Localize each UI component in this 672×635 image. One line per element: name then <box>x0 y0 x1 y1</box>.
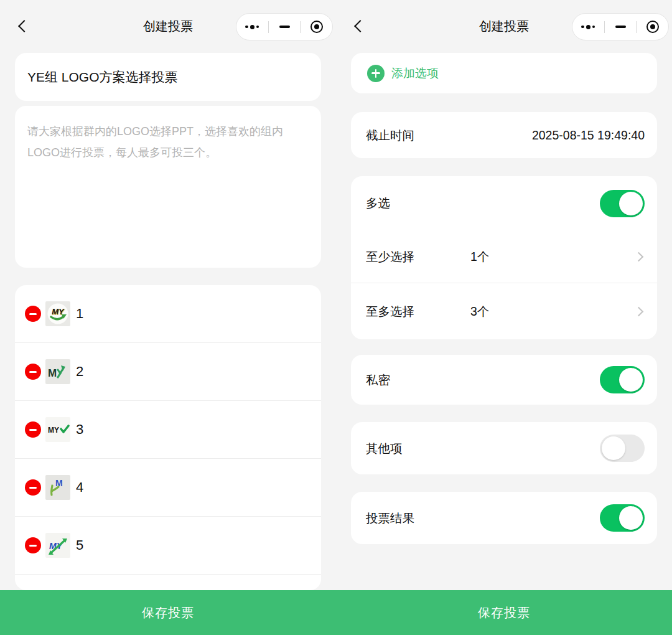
private-card: 私密 <box>351 355 657 405</box>
poll-title-field[interactable]: YE组 LOGO方案选择投票 <box>15 53 321 101</box>
save-vote-button[interactable]: 保存投票 <box>0 590 336 635</box>
more-button[interactable] <box>236 14 268 40</box>
max-select-value: 3个 <box>470 303 489 320</box>
add-option-label: 添加选项 <box>391 65 439 82</box>
svg-text:M: M <box>48 367 57 379</box>
toggle-knob <box>602 436 625 460</box>
min-select-value: 1个 <box>470 248 489 265</box>
min-select-row[interactable]: 至少选择 1个 <box>351 230 657 283</box>
minimize-button[interactable] <box>605 14 637 40</box>
multi-select-label: 多选 <box>366 195 390 212</box>
miniprogram-capsule <box>572 13 669 40</box>
option-label: 5 <box>76 537 83 553</box>
remove-option-icon[interactable] <box>25 421 41 438</box>
remove-option-icon[interactable] <box>25 306 41 322</box>
other-option-toggle[interactable] <box>600 435 645 462</box>
option-logo-1: MYMY <box>45 301 70 326</box>
more-button[interactable] <box>572 14 604 40</box>
option-logo-3: MY <box>45 417 70 442</box>
option-logo-2: M <box>45 359 70 384</box>
min-select-label: 至少选择 <box>366 248 414 265</box>
nav-bar: 创建投票 <box>336 0 672 53</box>
save-vote-button[interactable]: 保存投票 <box>336 590 672 635</box>
option-row[interactable]: MY 5 <box>15 517 321 575</box>
option-label: 3 <box>76 421 83 438</box>
minimize-button[interactable] <box>269 14 301 40</box>
screenshot-stage: 创建投票 YE组 LOGO方案选择投票 请大家根据群内的LOGO选择PPT，选择… <box>0 0 672 635</box>
plus-icon <box>367 65 385 82</box>
private-toggle[interactable] <box>600 366 645 393</box>
record-target-icon <box>310 21 323 33</box>
chevron-right-icon <box>634 306 644 316</box>
private-row: 私密 <box>351 355 657 405</box>
remove-option-icon[interactable] <box>25 537 41 553</box>
max-select-row[interactable]: 至多选择 3个 <box>351 283 657 339</box>
other-option-label: 其他项 <box>366 440 403 457</box>
other-option-row: 其他项 <box>351 422 657 474</box>
selection-settings-card: 多选 至少选择 1个 至多选择 3个 <box>351 176 657 339</box>
deadline-row[interactable]: 截止时间 2025-08-15 19:49:40 <box>351 112 657 158</box>
vote-result-row: 投票结果 <box>351 492 657 544</box>
more-dots-icon <box>245 25 259 29</box>
toggle-knob <box>619 506 643 530</box>
option-label: 1 <box>76 306 83 322</box>
vote-result-label: 投票结果 <box>366 510 414 527</box>
multi-select-toggle[interactable] <box>600 190 645 217</box>
nav-bar: 创建投票 <box>0 0 336 53</box>
options-list: MYMY 1 M 2 MY 3 M 4 MY 5 <box>15 285 321 590</box>
remove-option-icon[interactable] <box>25 479 41 496</box>
minimize-icon <box>279 26 290 28</box>
create-vote-screen-edit: 创建投票 YE组 LOGO方案选择投票 请大家根据群内的LOGO选择PPT，选择… <box>0 0 336 635</box>
deadline-label: 截止时间 <box>366 127 414 144</box>
more-dots-icon <box>581 25 595 29</box>
option-row-partial <box>15 575 321 590</box>
toggle-knob <box>619 368 643 392</box>
toggle-knob <box>619 192 643 215</box>
add-option-button[interactable]: 添加选项 <box>351 53 657 93</box>
vote-result-toggle[interactable] <box>600 504 645 532</box>
miniprogram-capsule <box>236 13 333 40</box>
deadline-value: 2025-08-15 19:49:40 <box>532 128 645 143</box>
svg-text:MY: MY <box>48 426 59 435</box>
option-row[interactable]: MY 3 <box>15 401 321 459</box>
remove-option-icon[interactable] <box>25 364 41 380</box>
vote-result-card: 投票结果 <box>351 492 657 544</box>
record-target-icon <box>646 21 659 33</box>
close-record-button[interactable] <box>637 14 668 40</box>
option-row[interactable]: MYMY 1 <box>15 285 321 343</box>
other-option-card: 其他项 <box>351 422 657 474</box>
minimize-icon <box>615 26 626 28</box>
chevron-right-icon <box>634 252 644 261</box>
multi-select-row: 多选 <box>351 176 657 230</box>
max-select-label: 至多选择 <box>366 303 414 320</box>
option-logo-5: MY <box>45 533 70 558</box>
option-row[interactable]: M 4 <box>15 459 321 517</box>
create-vote-screen-settings: 创建投票 添加选项 截止时间 2025-08- <box>336 0 672 635</box>
private-label: 私密 <box>366 372 390 388</box>
close-record-button[interactable] <box>301 14 332 40</box>
poll-title-text: YE组 LOGO方案选择投票 <box>27 68 178 86</box>
option-logo-4: M <box>45 475 70 500</box>
option-label: 4 <box>76 479 83 496</box>
poll-description-text: 请大家根据群内的LOGO选择PPT，选择喜欢的组内LOGO进行投票，每人最多可投… <box>27 121 309 163</box>
option-label: 2 <box>76 364 83 380</box>
option-row[interactable]: M 2 <box>15 343 321 401</box>
poll-description-field[interactable]: 请大家根据群内的LOGO选择PPT，选择喜欢的组内LOGO进行投票，每人最多可投… <box>15 106 321 268</box>
